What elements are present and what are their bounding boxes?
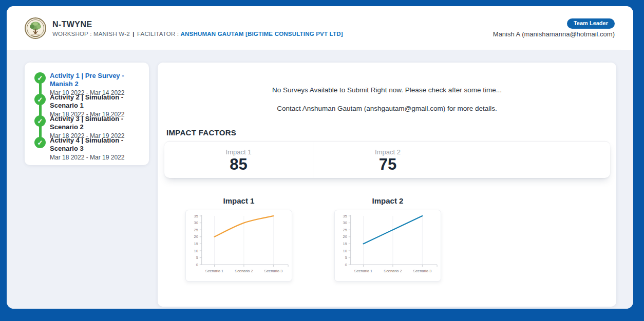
svg-text:5: 5 [345, 255, 347, 260]
impact-1-line-chart: Scenario 1Scenario 2Scenario 30510152025… [185, 210, 292, 282]
main-panel: No Surveys Available to Submit Right now… [158, 63, 616, 307]
impact-1-value: 85 [164, 156, 313, 173]
header: N-TWYNE WORKSHOP : MANISH W-2 | FACILITA… [7, 6, 633, 50]
impact-1-label: Impact 1 [164, 148, 313, 156]
activity-title[interactable]: Activity 2 | Simulation - Scenario 1 [50, 93, 144, 110]
no-surveys-notice: No Surveys Available to Submit Right now… [158, 63, 616, 94]
activity-title[interactable]: Activity 3 | Simulation - Scenario 2 [50, 115, 144, 132]
n-twyne-logo-icon [25, 17, 46, 39]
svg-text:Scenario 1: Scenario 1 [354, 269, 372, 273]
svg-text:Scenario 2: Scenario 2 [235, 269, 253, 273]
svg-text:Scenario 3: Scenario 3 [413, 269, 431, 273]
svg-text:10: 10 [343, 249, 347, 253]
check-icon: ✓ [34, 72, 46, 84]
svg-text:Scenario 1: Scenario 1 [205, 269, 223, 273]
activity-dates: Mar 18 2022 - Mar 19 2022 [50, 154, 144, 161]
svg-text:25: 25 [194, 228, 198, 232]
activity-item[interactable]: ✓ Activity 1 | Pre Survey - Manish 2 Mar… [34, 72, 144, 93]
subtitle-separator: | [131, 31, 135, 37]
user-display-name: Manish A (manishamanna@hotmail.com) [493, 30, 615, 38]
charts-row: Impact 1 Scenario 1Scenario 2Scenario 30… [164, 178, 616, 282]
svg-text:0: 0 [196, 263, 198, 267]
check-icon: ✓ [34, 115, 46, 127]
impact-factors-heading: IMPACT FACTORS [166, 128, 616, 137]
svg-text:Scenario 3: Scenario 3 [264, 269, 282, 273]
impact-2-cell: Impact 2 75 [313, 142, 462, 178]
svg-text:30: 30 [343, 220, 347, 225]
impact-1-cell: Impact 1 85 [164, 142, 313, 178]
svg-text:20: 20 [343, 234, 347, 239]
impact-1-chart-block: Impact 1 Scenario 1Scenario 2Scenario 30… [164, 196, 313, 282]
svg-text:25: 25 [343, 228, 347, 232]
svg-text:35: 35 [194, 214, 198, 218]
activity-item[interactable]: ✓ Activity 4 | Simulation - Scenario 3 M… [34, 136, 144, 158]
impact-2-line-chart: Scenario 1Scenario 2Scenario 30510152025… [334, 210, 441, 282]
app-title: N-TWYNE [52, 20, 343, 29]
svg-text:10: 10 [194, 249, 198, 253]
svg-text:30: 30 [194, 220, 198, 225]
svg-text:15: 15 [343, 242, 347, 246]
impact-2-chart-title: Impact 2 [372, 196, 404, 205]
activity-timeline: ✓ Activity 1 | Pre Survey - Manish 2 Mar… [34, 72, 144, 158]
svg-text:5: 5 [196, 255, 198, 260]
activity-title[interactable]: Activity 4 | Simulation - Scenario 3 [50, 136, 144, 153]
workshop-label: WORKSHOP : [52, 31, 92, 37]
impact-1-chart-title: Impact 1 [223, 196, 255, 205]
svg-text:20: 20 [194, 234, 198, 239]
impact-factors-card: Impact 1 85 Impact 2 75 [164, 141, 610, 178]
user-block: Team Leader Manish A (manishamanna@hotma… [493, 18, 615, 38]
impact-2-chart-block: Impact 2 Scenario 1Scenario 2Scenario 30… [313, 196, 462, 282]
check-icon: ✓ [34, 137, 46, 148]
impact-2-value: 75 [313, 156, 462, 173]
facilitator-link[interactable]: ANSHUMAN GAUTAM [BIGTIME CONSULTING PVT … [181, 31, 343, 37]
svg-text:0: 0 [345, 263, 347, 267]
activity-item[interactable]: ✓ Activity 2 | Simulation - Scenario 1 M… [34, 93, 144, 115]
facilitator-label: FACILITATOR : [137, 31, 179, 37]
workshop-value: MANISH W-2 [93, 31, 130, 37]
workshop-subtitle: WORKSHOP : MANISH W-2 | FACILITATOR : AN… [52, 31, 343, 37]
impact-2-label: Impact 2 [313, 148, 462, 156]
role-badge: Team Leader [567, 18, 615, 29]
activities-sidebar: ✓ Activity 1 | Pre Survey - Manish 2 Mar… [25, 63, 149, 165]
header-title-block: N-TWYNE WORKSHOP : MANISH W-2 | FACILITA… [52, 20, 343, 37]
check-icon: ✓ [34, 94, 46, 105]
activity-title[interactable]: Activity 1 | Pre Survey - Manish 2 [50, 72, 144, 89]
content-area: ✓ Activity 1 | Pre Survey - Manish 2 Mar… [7, 50, 633, 309]
svg-text:Scenario 2: Scenario 2 [384, 269, 402, 273]
contact-notice: Contact Anshuman Gautam (anshgautam@gmai… [158, 105, 616, 112]
svg-text:35: 35 [343, 214, 347, 218]
svg-text:15: 15 [194, 242, 198, 246]
activity-item[interactable]: ✓ Activity 3 | Simulation - Scenario 2 M… [34, 115, 144, 136]
app-page: N-TWYNE WORKSHOP : MANISH W-2 | FACILITA… [7, 6, 633, 309]
